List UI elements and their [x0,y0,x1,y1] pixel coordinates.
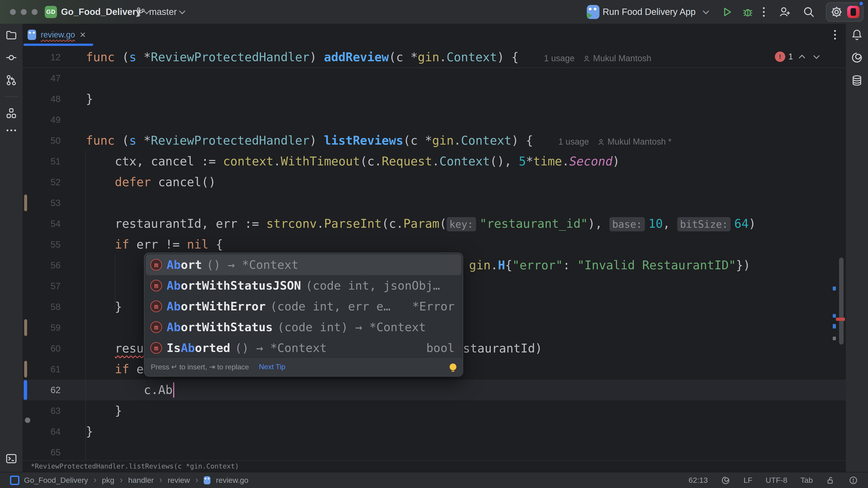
completion-item-AbortWithError[interactable]: mAbortWithError(code int, err e…*Error [145,296,463,317]
breadcrumb-item-handler[interactable]: handler [128,476,154,485]
code-fragment: staurantId) [463,338,542,359]
encoding-indicator[interactable]: UTF-8 [766,476,787,485]
breadcrumb-item-pkg[interactable]: pkg [102,476,114,485]
code-token: e [129,362,144,376]
notifications-tool-button[interactable] [851,29,863,41]
debug-button[interactable] [742,6,754,18]
scrollbar-mark-changed[interactable] [833,314,836,318]
minimize-window-icon[interactable] [21,9,27,15]
breadcrumb-item-review[interactable]: review [168,476,190,485]
user-avatar[interactable] [847,6,860,18]
close-window-icon[interactable] [10,9,16,15]
name-rest: ort [181,258,202,271]
ai-assistant-tool-button[interactable] [850,51,863,64]
go-file-icon [204,476,211,484]
line-separator-indicator[interactable]: LF [743,476,752,485]
code-line-55: 55if err != nil { [23,234,846,255]
code-token: ctx, cancel := [115,154,223,168]
structure-tool-button[interactable] [5,107,18,120]
line-number[interactable]: 59 [23,317,61,338]
line-number[interactable]: 50 [23,130,61,151]
run-button[interactable] [721,6,733,18]
completion-item-IsAborted[interactable]: mIsAborted() → *Contextbool [145,337,463,358]
line-number[interactable]: 60 [23,338,61,359]
pull-requests-tool-button[interactable] [5,74,18,87]
usages-hint[interactable]: 1 usage [558,137,589,147]
code-editor[interactable]: 12 func (s *ReviewProtectedHandler) addR… [23,46,846,460]
right-tool-stripe [846,24,868,472]
breadcrumb-separator: › [120,476,123,484]
window-controls[interactable] [10,0,37,24]
line-number[interactable]: 12 [23,47,61,68]
context-signature: *ReviewProtectedHandler.listReviews(c *g… [31,461,239,472]
indent-indicator[interactable]: Tab [800,476,813,485]
line-number[interactable]: 54 [23,213,61,234]
scrollbar-mark-error[interactable] [836,318,845,321]
caret-position[interactable]: 62:13 [688,476,708,485]
line-number[interactable]: 48 [23,89,61,109]
warning-circle-icon[interactable] [848,476,858,485]
completion-item-AbortWithStatusJSON[interactable]: mAbortWithStatusJSON(code int, jsonObj… [145,275,463,296]
completion-hint: Press ↵ to insert, ⇥ to replace [151,363,249,371]
tab-review-go[interactable]: review.go ✕ [24,24,92,46]
scrollbar-mark-changed[interactable] [833,324,836,328]
settings-button[interactable] [830,5,843,19]
zoom-window-icon[interactable] [32,9,37,15]
author-hint[interactable]: Mukul Mantosh * [608,137,672,147]
line-number[interactable]: 61 [23,359,61,380]
next-problem-icon[interactable] [813,53,819,59]
terminal-tool-button[interactable] [5,452,18,465]
line-number[interactable]: 52 [23,172,61,193]
editor-options-button[interactable] [834,30,836,39]
author-hint[interactable]: Mukul Mantosh [593,54,651,63]
close-tab-icon[interactable]: ✕ [80,31,86,39]
author-icon [583,54,593,63]
completion-popup: mAbort() → *ContextmAbortWithStatusJSON(… [144,253,463,377]
more-run-options-button[interactable] [763,7,765,17]
line-number[interactable]: 65 [23,442,61,460]
completion-item-Abort[interactable]: mAbort() → *Context [146,254,461,275]
project-tool-button[interactable] [5,29,18,41]
line-number[interactable]: 56 [23,255,61,275]
completion-item-AbortWithStatus[interactable]: mAbortWithStatus(code int) → *Context [145,317,463,337]
next-tip-link[interactable]: Next Tip [259,363,285,371]
database-tool-button[interactable] [851,74,863,87]
line-number[interactable]: 64 [23,421,61,442]
scrollbar-thumb[interactable] [839,258,844,345]
line-number[interactable]: 53 [23,193,61,213]
inspections-widget[interactable]: ! 1 [775,50,819,64]
line-number[interactable]: 62 [23,380,61,400]
titlebar-corner-widget [826,2,864,22]
completion-signature: (code int, err e… [270,300,391,313]
readonly-lock-icon[interactable] [826,476,835,485]
code-text: defer cancel() [86,172,216,193]
code-token: ) [309,50,324,64]
search-everywhere-button[interactable] [802,6,815,18]
git-branch-icon [135,7,146,17]
line-number[interactable]: 51 [23,151,61,172]
code-token: s [129,133,136,147]
line-number[interactable]: 57 [23,275,61,296]
code-token: ReviewProtectedHandler [151,133,309,147]
code-token: cancel() [151,175,216,189]
commit-tool-button[interactable] [5,51,18,64]
code-with-me-button[interactable] [778,6,791,18]
breadcrumb-item-Go_Food_Delivery[interactable]: Go_Food_Delivery [24,476,88,485]
code-line-65: 65 [23,442,846,460]
scrollbar-mark-info[interactable] [833,337,836,340]
scrollbar-mark-changed[interactable] [833,287,836,291]
breadcrumb-item-review.go[interactable]: review.go [216,476,248,485]
line-number[interactable]: 55 [23,234,61,255]
code-token: addReview [324,50,389,64]
go-file-icon [28,30,36,40]
run-config-selector[interactable]: Run Food Delivery App [599,7,708,17]
title-bar: GD Go_Food_Delivery master Run Food Deli… [0,0,868,24]
usages-hint[interactable]: 1 usage [544,54,575,63]
branch-selector[interactable]: master [149,7,184,17]
ai-status-icon[interactable] [721,476,730,485]
line-number[interactable]: 58 [23,296,61,317]
previous-problem-icon[interactable] [799,55,805,61]
more-tools-button[interactable] [6,129,16,131]
line-number[interactable]: 47 [23,68,61,89]
line-number[interactable]: 49 [23,109,61,130]
